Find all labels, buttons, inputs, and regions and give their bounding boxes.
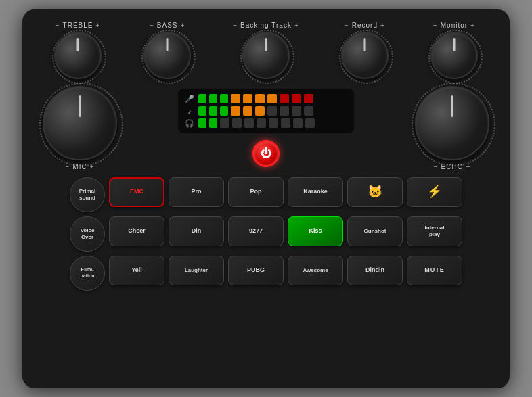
9277-button[interactable]: 9277: [228, 216, 284, 246]
record-group: − Record +: [341, 22, 389, 79]
monitor-group: − Monitor +: [430, 22, 478, 79]
pubg-button[interactable]: PUBG: [228, 256, 284, 285]
vu-red-2: [292, 94, 301, 103]
bass-label: − BASS +: [150, 22, 185, 29]
vu-green-3: [220, 94, 228, 103]
music-vu-icon: ♪: [185, 107, 194, 115]
vu-row-headphone: 🎧: [185, 118, 347, 128]
backing-track-group: − Backing Track +: [233, 22, 299, 79]
vu-meter: 🎤 ♪: [178, 89, 354, 133]
cheer-button[interactable]: Cheer: [109, 216, 164, 246]
vu-red-1: [280, 94, 289, 103]
backing-track-knob[interactable]: [242, 32, 290, 79]
power-btn-wrap: ⏻: [252, 140, 280, 167]
echo-group: − ECHO +: [415, 86, 489, 170]
mute-button[interactable]: MUTE: [407, 256, 462, 285]
vu-bars-music: [198, 106, 313, 116]
vu-green-2: [209, 94, 217, 103]
vu-orange-2: [243, 94, 252, 103]
power-button[interactable]: ⏻: [252, 140, 280, 167]
gunshot-button[interactable]: Gunshot: [347, 216, 403, 246]
kiss-button[interactable]: Kiss: [288, 216, 343, 246]
awesome-button[interactable]: Awesome: [288, 256, 343, 285]
karaoke-button[interactable]: Karaoke: [288, 177, 343, 207]
vu-row-music: ♪: [185, 106, 347, 116]
primal-sound-button[interactable]: Primalsound: [70, 177, 105, 212]
yell-button[interactable]: Yell: [109, 256, 164, 285]
laughter-button[interactable]: Laughter: [169, 256, 224, 285]
vu-bars-mic: [198, 94, 313, 103]
power-icon: ⏻: [261, 147, 271, 160]
vu-power-section: 🎤 ♪: [178, 89, 354, 167]
treble-knob[interactable]: [54, 32, 102, 79]
treble-group: − TREBLE +: [54, 22, 102, 79]
vu-orange-4: [267, 94, 277, 103]
vu-green-1: [198, 94, 206, 103]
monitor-label: − Monitor +: [433, 22, 475, 29]
vu-orange-3: [255, 94, 265, 103]
fx-row-1: Primalsound EMC Pro Pop Karaoke 🐱 ⚡: [36, 177, 496, 212]
pro-button[interactable]: Pro: [169, 177, 224, 207]
headphone-vu-icon: 🎧: [185, 119, 194, 128]
emc-button[interactable]: EMC: [109, 177, 164, 207]
elimination-button[interactable]: Elimi-nation: [70, 256, 105, 291]
top-knobs-row: − TREBLE + − BASS + − Backing Track +: [36, 22, 496, 79]
vu-bars-headphone: [198, 118, 315, 128]
monitor-knob[interactable]: [430, 32, 478, 79]
treble-label: − TREBLE +: [56, 22, 101, 29]
record-knob[interactable]: [341, 32, 389, 79]
vu-row-mic: 🎤: [185, 94, 347, 103]
pop-button[interactable]: Pop: [228, 177, 284, 207]
mic-vu-icon: 🎤: [185, 95, 194, 103]
fx-buttons-section: Primalsound EMC Pro Pop Karaoke 🐱 ⚡ Voic…: [36, 177, 496, 291]
bass-group: − BASS +: [143, 22, 191, 79]
record-label: − Record +: [345, 22, 385, 29]
backing-track-label: − Backing Track +: [233, 22, 299, 29]
sound-card-device: − TREBLE + − BASS + − Backing Track +: [22, 9, 510, 388]
mic-group: − MIC +: [43, 86, 117, 170]
dindin-button[interactable]: Dindin: [347, 256, 403, 285]
vu-red-3: [304, 94, 313, 103]
echo-knob[interactable]: [415, 86, 489, 160]
bass-knob[interactable]: [143, 32, 191, 79]
fx-row-2: VoiceOver Cheer Din 9277 Kiss Gunshot In…: [36, 216, 496, 252]
vu-orange-1: [231, 94, 240, 103]
cat-button[interactable]: 🐱: [347, 177, 403, 207]
mic-knob[interactable]: [43, 86, 117, 160]
internal-play-button[interactable]: Internalplay: [407, 216, 462, 246]
din-button[interactable]: Din: [169, 216, 224, 246]
lightning-button[interactable]: ⚡: [407, 177, 462, 207]
voice-over-button[interactable]: VoiceOver: [70, 216, 105, 252]
fx-row-3: Elimi-nation Yell Laughter PUBG Awesome …: [36, 256, 496, 291]
